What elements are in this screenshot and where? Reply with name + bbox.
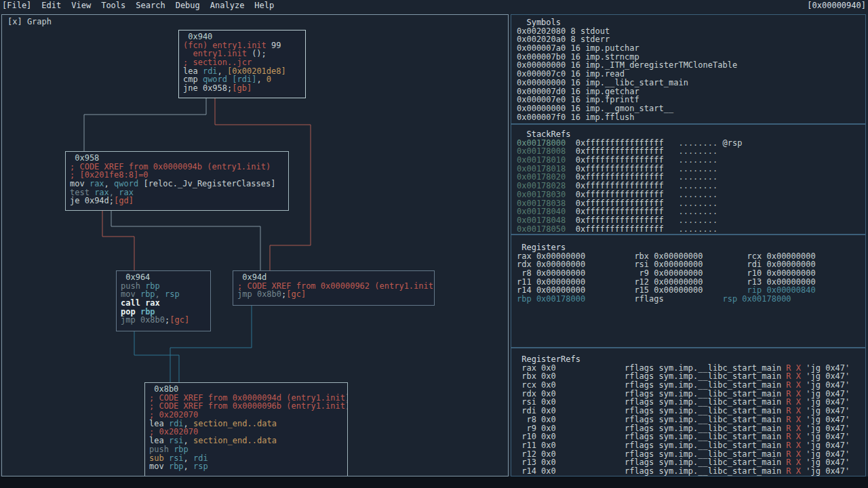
text-segment <box>664 224 679 234</box>
text-segment: , <box>256 75 266 84</box>
symbols-list: 0x00202080 8 stdout0x002020a0 8 stderr0x… <box>517 27 865 122</box>
text-segment: rsp <box>193 462 208 471</box>
graph-edge <box>102 211 134 270</box>
menu-item-edit[interactable]: Edit <box>41 1 61 10</box>
text-segment: rbp <box>169 462 184 471</box>
text-line: 0x000007f0 16 imp.fflush <box>517 113 865 122</box>
text-segment <box>566 224 575 234</box>
text-segment: 'jg 0x47' <box>801 466 850 476</box>
text-segment: jmp <box>121 315 140 325</box>
text-segment: jmp <box>237 289 257 299</box>
text-segment: je <box>70 196 85 205</box>
menu-item-debug[interactable]: Debug <box>176 1 200 10</box>
graph-edge <box>134 331 179 382</box>
text-segment: ; <box>109 196 114 205</box>
text-segment: [gc] <box>286 289 306 299</box>
text-segment: 0x958 <box>203 83 227 93</box>
text-segment: 0x8b0 <box>257 289 281 299</box>
menu-bar: [File]EditViewToolsSearchDebugAnalyzeHel… <box>0 0 868 10</box>
text-segment: rsp <box>165 289 180 299</box>
registers-panel[interactable]: Registers rax 0x00000000 rbx 0x00000000 … <box>511 235 866 348</box>
graph-edge <box>111 211 260 270</box>
text-segment: 0x94d <box>85 196 109 205</box>
registers-grid: rax 0x00000000 rbx 0x00000000 rcx 0x0000… <box>517 252 865 304</box>
text-segment: [gc] <box>170 315 189 325</box>
text-segment: 0x8b0 <box>140 315 165 325</box>
registerrefs-list: rax 0x0 rflags sym.imp.__libc_start_main… <box>517 364 865 476</box>
stackrefs-list: 0x00178000 0xffffffffffffffff ........ @… <box>517 139 865 234</box>
menu-item-tools[interactable]: Tools <box>101 1 125 10</box>
graph-node-0x940[interactable]: 0x940(fcn) entry1.init 99 entry1.init ()… <box>178 30 306 98</box>
text-segment: ........ <box>678 224 717 234</box>
text-segment: mov <box>149 462 169 471</box>
text-segment: rflags sym.imp.__libc_start_main <box>556 466 787 476</box>
menu-items: [File]EditViewToolsSearchDebugAnalyzeHel… <box>0 1 284 10</box>
text-segment: jne <box>183 83 203 93</box>
text-segment: [gd] <box>114 196 134 205</box>
text-line: 0x00178050 0xffffffffffffffff ........ <box>517 225 865 234</box>
menu-item-view[interactable]: View <box>71 1 91 10</box>
text-line: je 0x94d;[gd] <box>70 197 288 205</box>
registerrefs-panel[interactable]: RegisterRefs rax 0x0 rflags sym.imp.__li… <box>511 348 866 476</box>
text-segment: r14 0x0 <box>517 466 556 476</box>
text-segment: 0 <box>267 75 271 84</box>
text-segment: [reloc._Jv_RegisterClasses] <box>143 179 275 188</box>
text-segment: 0x00178050 <box>517 224 566 234</box>
text-segment: 0xffffffffffffffff <box>576 224 664 234</box>
graph-panel-title[interactable]: [x] Graph <box>7 18 52 26</box>
graph-node-0x8b0[interactable]: 0x8b0; CODE XREF from 0x0000094d (entry1… <box>144 382 348 476</box>
text-segment: section_end..data <box>193 436 277 445</box>
menu-item-file[interactable]: [File] <box>2 1 31 10</box>
graph-node-0x94d[interactable]: 0x94d; CODE XREF from 0x00000962 (entry1… <box>233 270 435 306</box>
graph-node-0x964[interactable]: 0x964push rbpmov rbp, rspcall raxpop rbp… <box>116 270 211 331</box>
menu-item-analyze[interactable]: Analyze <box>210 1 245 10</box>
text-segment: rflags <box>585 294 722 304</box>
stackrefs-panel[interactable]: StackRefs 0x00178000 0xffffffffffffffff … <box>511 124 866 235</box>
text-segment: section_end..data <box>193 419 277 428</box>
text-segment: @rsp <box>717 138 742 148</box>
text-line: r14 0x0 rflags sym.imp.__libc_start_main… <box>517 467 865 476</box>
text-line: jmp 0x8b0;[gc] <box>237 290 434 299</box>
text-segment: 99 <box>267 41 281 50</box>
menu-item-search[interactable]: Search <box>136 1 165 10</box>
text-line: mov rbp, rsp <box>149 462 347 471</box>
graph-panel[interactable]: [x] Graph 0x940(fcn) entry1.init 99 entr… <box>1 14 509 476</box>
text-segment: 0x000007f0 16 imp.fflush <box>517 113 634 122</box>
graph-edge <box>84 98 206 151</box>
text-line: jmp 0x8b0;[gc] <box>121 316 210 325</box>
text-segment: [gb] <box>232 83 252 93</box>
text-segment: , <box>184 462 193 471</box>
text-segment: R X <box>786 466 801 476</box>
text-line: rbp 0x00178000 rflags rsp 0x00178000 <box>517 295 865 304</box>
text-segment: rsp 0x00178000 <box>722 294 791 304</box>
menu-item-help[interactable]: Help <box>254 1 274 10</box>
text-segment: rbp 0x00178000 <box>517 294 585 304</box>
seek-address: [0x00000940] <box>807 1 866 10</box>
text-line: jne 0x958;[gb] <box>183 84 305 93</box>
symbols-panel[interactable]: Symbols 0x00202080 8 stdout0x002020a0 8 … <box>511 14 866 124</box>
graph-node-0x958[interactable]: 0x958; CODE XREF from 0x0000094b (entry1… <box>65 151 289 211</box>
